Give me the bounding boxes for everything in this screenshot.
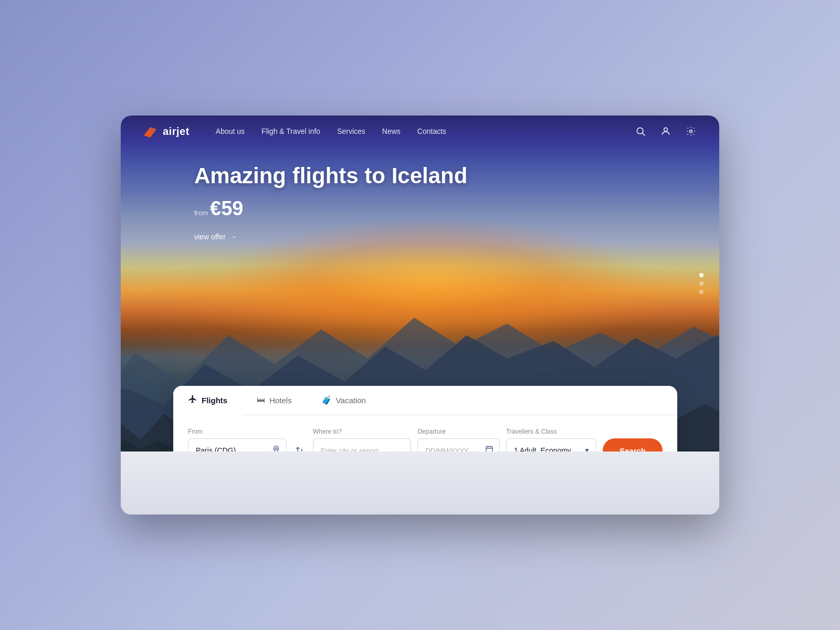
swap-button[interactable] bbox=[293, 438, 307, 452]
search-button[interactable] bbox=[633, 124, 648, 139]
tab-hotels[interactable]: 🛏 Hotels bbox=[242, 386, 307, 415]
search-icon bbox=[635, 126, 646, 136]
travellers-select-wrap: 1 Adult, Economy 2 Adults, Economy 1 Adu… bbox=[506, 438, 596, 452]
search-tabs: Flights 🛏 Hotels 🧳 Vacation bbox=[173, 386, 677, 415]
hero-title: Amazing flights to Iceland bbox=[194, 163, 467, 189]
hero-price: from €59 bbox=[194, 197, 467, 220]
browser-window: airjet About us Fligh & Travel info Serv… bbox=[121, 116, 719, 514]
nav-icons bbox=[633, 124, 698, 139]
nav-link-about[interactable]: About us bbox=[216, 127, 245, 135]
nav-link-services[interactable]: Services bbox=[337, 127, 365, 135]
settings-icon bbox=[686, 126, 696, 136]
logo[interactable]: airjet bbox=[142, 123, 190, 140]
tab-hotels-label: Hotels bbox=[269, 396, 292, 405]
travellers-select[interactable]: 1 Adult, Economy 2 Adults, Economy 1 Adu… bbox=[506, 438, 596, 452]
user-icon bbox=[660, 126, 671, 136]
tab-vacation-label: Vacation bbox=[336, 396, 366, 405]
navbar: airjet About us Fligh & Travel info Serv… bbox=[121, 116, 719, 147]
nav-links: About us Fligh & Travel info Services Ne… bbox=[216, 127, 633, 135]
settings-button[interactable] bbox=[684, 124, 698, 139]
slider-dot-3[interactable] bbox=[699, 290, 704, 294]
nav-link-flight[interactable]: Fligh & Travel info bbox=[261, 127, 320, 135]
tab-vacation[interactable]: 🧳 Vacation bbox=[307, 386, 381, 415]
departure-input[interactable] bbox=[417, 438, 499, 452]
svg-point-6 bbox=[637, 128, 643, 134]
slider-dot-2[interactable] bbox=[699, 281, 704, 286]
from-label: From bbox=[188, 428, 287, 435]
plane-icon bbox=[188, 394, 197, 404]
hero-section: airjet About us Fligh & Travel info Serv… bbox=[121, 116, 719, 452]
svg-point-9 bbox=[690, 130, 692, 133]
from-group: From bbox=[188, 428, 287, 452]
view-offer-text: view offer bbox=[194, 233, 226, 241]
nav-link-contacts[interactable]: Contacts bbox=[417, 127, 446, 135]
where-input[interactable] bbox=[313, 438, 412, 452]
from-input-wrap bbox=[188, 438, 287, 452]
svg-line-7 bbox=[643, 133, 645, 136]
where-label: Where to? bbox=[313, 428, 412, 435]
hero-content: Amazing flights to Iceland from €59 view… bbox=[194, 163, 467, 241]
from-input[interactable] bbox=[188, 438, 287, 452]
where-input-wrap bbox=[313, 438, 412, 452]
departure-label: Departure bbox=[417, 428, 499, 435]
departure-group: Departure bbox=[417, 428, 499, 452]
flights-icon bbox=[188, 394, 197, 406]
hero-price-from: from bbox=[194, 209, 208, 217]
travellers-label: Travellers & Class bbox=[506, 428, 596, 435]
where-group: Where to? bbox=[313, 428, 412, 452]
arrow-right-icon: → bbox=[230, 233, 237, 241]
svg-point-8 bbox=[664, 128, 668, 131]
slider-dots bbox=[699, 273, 704, 294]
bottom-section bbox=[121, 452, 719, 514]
search-card: Flights 🛏 Hotels 🧳 Vacation From bbox=[173, 386, 677, 452]
tab-flights-label: Flights bbox=[202, 396, 227, 405]
logo-icon bbox=[142, 123, 159, 140]
search-form: From bbox=[173, 415, 677, 452]
search-button[interactable]: Search bbox=[603, 438, 663, 452]
swap-icon bbox=[295, 446, 304, 452]
hotels-icon: 🛏 bbox=[257, 395, 265, 405]
nav-link-news[interactable]: News bbox=[382, 127, 401, 135]
vacation-icon: 🧳 bbox=[321, 395, 332, 405]
view-offer-link[interactable]: view offer → bbox=[194, 233, 467, 241]
tab-flights[interactable]: Flights bbox=[173, 386, 242, 415]
hero-price-amount: €59 bbox=[210, 197, 243, 220]
logo-text: airjet bbox=[163, 125, 190, 138]
user-button[interactable] bbox=[658, 124, 673, 139]
travellers-group: Travellers & Class 1 Adult, Economy 2 Ad… bbox=[506, 428, 596, 452]
slider-dot-1[interactable] bbox=[699, 273, 704, 277]
departure-input-wrap bbox=[417, 438, 499, 452]
